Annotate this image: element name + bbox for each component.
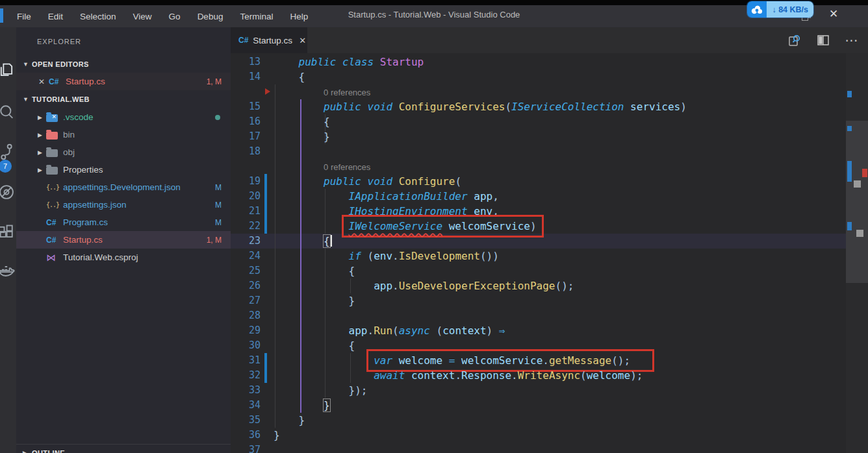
code-line[interactable]: 36} [231,428,868,443]
line-number[interactable]: 33 [231,383,263,398]
debug-icon[interactable] [0,183,16,201]
close-window-button[interactable]: ✕ [825,5,842,22]
code-editor[interactable]: 13 public class Startup14 { 0 references… [231,55,868,453]
line-number[interactable]: 26 [231,278,263,293]
chevron-right-icon[interactable]: ▶ [38,132,46,138]
line-number[interactable]: 17 [231,129,263,144]
line-number[interactable] [231,159,263,174]
menu-go[interactable]: Go [169,12,181,21]
chevron-right-icon[interactable]: ▶ [38,114,46,121]
menu-help[interactable]: Help [290,12,308,21]
extensions-icon[interactable] [0,223,16,241]
code-line[interactable]: 13 public class Startup [231,55,868,69]
codelens-row[interactable]: 0 references [231,84,868,99]
codelens-references[interactable]: 0 references [324,162,370,172]
split-editor-icon[interactable] [816,33,830,47]
code-line[interactable]: 26 app.UseDeveloperExceptionPage(); [231,278,868,293]
line-number[interactable]: 18 [231,144,263,159]
code-line[interactable]: 37 [231,443,868,453]
gutter-decorations [263,99,274,114]
code-line[interactable]: 15 public void ConfigureServices(IServic… [231,99,868,114]
code-line[interactable]: 34 } [231,398,868,413]
more-actions-icon[interactable]: ⋯ [845,33,859,47]
tree-item-obj[interactable]: ▶obj [16,143,231,161]
editor-scrollbar[interactable] [846,53,868,453]
tree-item-program-cs[interactable]: C#Program.csM [16,214,231,231]
line-number[interactable]: 21 [231,204,263,219]
docker-icon[interactable] [0,262,16,280]
line-number[interactable]: 20 [231,189,263,204]
tree-item-startup-cs[interactable]: C#Startup.cs1, M [16,231,231,249]
code-line[interactable]: 21 IHostingEnvironment env, [231,204,868,219]
code-line[interactable]: 32 await context.Response.WriteAsync(wel… [231,368,868,383]
chevron-right-icon[interactable]: ▶ [38,149,46,156]
line-number[interactable]: 29 [231,323,263,338]
line-number[interactable]: 15 [231,99,263,114]
code-line[interactable]: 31 var welcome = welcomService.getMessag… [231,353,868,368]
menu-view[interactable]: View [133,12,152,21]
code-line[interactable]: 16 { [231,114,868,129]
code-line[interactable]: 22 IWelcomeService welcomService) [231,219,868,234]
line-number[interactable]: 36 [231,428,263,443]
gutter-decorations [263,114,274,129]
code-line[interactable]: 20 IApplicationBuilder app, [231,189,868,204]
csharp-icon: C# [46,236,56,245]
line-number[interactable]: 14 [231,69,263,84]
scrollbar-thumb[interactable] [846,121,868,283]
tree-item-appsettings-development-json[interactable]: {..}appsettings.Development.jsonM [16,178,231,196]
chevron-right-icon[interactable]: ▶ [38,167,46,173]
menu-file[interactable]: File [17,12,31,21]
line-number[interactable]: 34 [231,398,263,413]
tab-startup-cs[interactable]: C# Startup.cs ✕ [231,27,307,53]
line-number[interactable]: 23 [231,234,263,249]
code-line[interactable]: 24 if (env.IsDevelopment()) [231,249,868,263]
menu-edit[interactable]: Edit [48,12,63,21]
codelens-row[interactable]: 0 references [231,159,868,174]
line-number[interactable]: 27 [231,293,263,308]
overview-ruler-mark [854,180,861,188]
menu-debug[interactable]: Debug [198,12,223,21]
explorer-icon[interactable] [0,61,16,79]
code-line[interactable]: 17 } [231,129,868,144]
search-icon[interactable] [0,103,16,121]
line-number[interactable]: 13 [231,55,263,69]
tree-item-tutorial-web-csproj[interactable]: ⋈Tutorial.Web.csproj [16,249,231,266]
tree-item-bin[interactable]: ▶bin [16,126,231,143]
line-number[interactable]: 28 [231,308,263,323]
code-line[interactable]: 35 } [231,413,868,428]
close-tab-icon[interactable]: ✕ [299,36,306,45]
search-document-icon[interactable] [787,33,802,47]
code-line[interactable]: 33 }); [231,383,868,398]
line-number[interactable]: 35 [231,413,263,428]
tree-item--vscode[interactable]: ▶.vscode [16,108,231,126]
line-number[interactable]: 31 [231,353,263,368]
tree-item-appsettings-json[interactable]: {..}appsettings.jsonM [16,196,231,214]
line-number[interactable]: 24 [231,249,263,263]
modified-line-marker [264,174,267,189]
line-number[interactable] [231,84,263,99]
code-line[interactable]: 14 { [231,69,868,84]
code-line[interactable]: 23 { [231,234,868,249]
line-number[interactable]: 19 [231,174,263,189]
line-number[interactable]: 37 [231,443,263,453]
menu-terminal[interactable]: Terminal [240,12,273,21]
line-number[interactable]: 16 [231,114,263,129]
line-number[interactable]: 22 [231,219,263,234]
outline-section[interactable]: ▶ OUTLINE [16,444,231,453]
menu-selection[interactable]: Selection [80,12,116,21]
code-line[interactable]: 19 public void Configure( [231,174,868,189]
source-control-icon[interactable] [0,143,16,161]
code-line[interactable]: 25 { [231,263,868,278]
code-line[interactable]: 27 } [231,293,868,308]
line-number[interactable]: 30 [231,338,263,353]
file-tree: ▶.vscode▶bin▶obj▶Properties{..}appsettin… [16,27,231,453]
explorer-sidebar: EXPLORER ▼ OPEN EDITORS ✕C#Startup.cs1, … [16,27,231,453]
code-line[interactable]: 29 app.Run(async (context) ⇒ [231,323,868,338]
code-line[interactable]: 28 [231,308,868,323]
code-line[interactable]: 18 [231,144,868,159]
line-number[interactable]: 25 [231,263,263,278]
codelens-references[interactable]: 0 references [324,88,370,97]
gutter-decorations [263,204,274,219]
tree-item-properties[interactable]: ▶Properties [16,161,231,178]
line-number[interactable]: 32 [231,368,263,383]
